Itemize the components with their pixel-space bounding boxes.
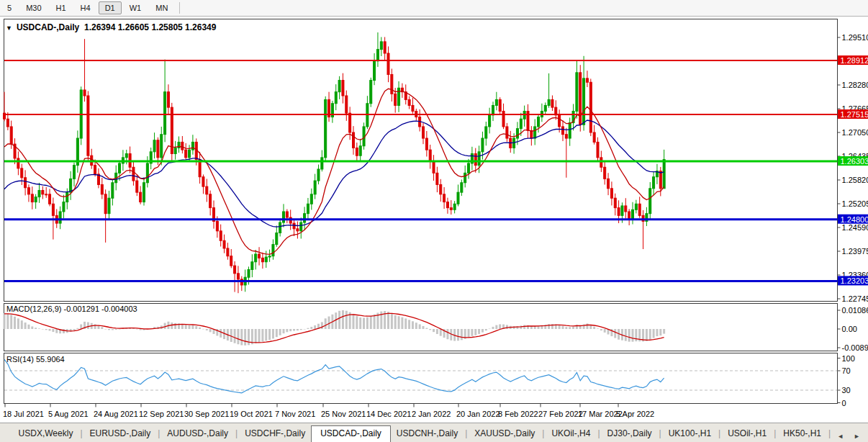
candle-body: [161, 135, 163, 158]
macd-histogram-bar: [314, 325, 316, 329]
macd-histogram-bar: [363, 317, 365, 329]
date-label: 24 Aug 2021: [94, 410, 138, 418]
candle-body: [398, 88, 400, 105]
timeframe-button-5[interactable]: 5: [1, 1, 18, 14]
chart-tab-usdx[interactable]: USDX,Weekly: [13, 426, 79, 442]
scroll-right-icon[interactable]: ►: [849, 430, 865, 442]
macd-histogram-bar: [625, 329, 627, 341]
candle-body: [143, 183, 145, 202]
timeframe-button-d1[interactable]: D1: [99, 1, 122, 14]
macd-histogram-bar: [73, 329, 76, 330]
chart-tab-usdchf[interactable]: USDCHF-,Daily: [239, 426, 311, 442]
chart-tab-audusd[interactable]: AUDUSD-,Daily: [161, 426, 234, 442]
macd-histogram-bar: [562, 326, 564, 329]
timeframe-button-w1[interactable]: W1: [123, 1, 148, 14]
candle-body: [562, 127, 564, 135]
macd-histogram-bar: [604, 329, 606, 333]
candle-body: [478, 152, 480, 166]
candle-body: [234, 266, 236, 274]
candle-body: [310, 194, 312, 204]
macd-histogram-bar: [255, 329, 257, 343]
chevron-down-icon[interactable]: ▼: [6, 24, 12, 32]
chart-tab-usoil[interactable]: USOil-,H1: [722, 426, 772, 442]
macd-histogram-bar: [474, 329, 476, 335]
chart-tab-dj30[interactable]: DJ30-,Daily: [602, 426, 658, 442]
macd-histogram-bar: [489, 329, 491, 330]
candle-body: [153, 140, 155, 152]
chart-tab-ukoil[interactable]: UKOil-,H4: [546, 426, 596, 442]
date-label: 5 Apr 2022: [616, 410, 654, 418]
date-label: 8 Feb 2022: [498, 410, 538, 418]
macd-histogram-bar: [499, 324, 501, 329]
macd-histogram-bar: [258, 329, 261, 343]
chart-tab-usdcnh[interactable]: USDCNH-,Daily: [391, 426, 464, 442]
candle-body: [614, 198, 616, 207]
macd-histogram-bar: [115, 329, 117, 330]
chart-area[interactable]: 1.295101.282801.276651.270501.264351.258…: [0, 0, 868, 442]
candle-body: [342, 81, 344, 96]
timeframe-button-h1[interactable]: H1: [50, 1, 73, 14]
candle-body: [492, 105, 494, 114]
macd-histogram-bar: [21, 320, 23, 329]
macd-histogram-bar: [559, 325, 561, 329]
candle-body: [429, 150, 431, 161]
scroll-left-icon[interactable]: ◄: [832, 430, 849, 442]
chart-tab-hk50[interactable]: HK50-,H1: [777, 426, 827, 442]
price-tick-label: 1.25820: [842, 176, 868, 184]
candle-body: [628, 212, 630, 220]
candle-body: [49, 194, 51, 204]
macd-histogram-bar: [569, 327, 571, 329]
candle-body: [618, 208, 620, 216]
macd-histogram-bar: [14, 317, 16, 329]
candle-body: [181, 142, 184, 150]
candle-body: [376, 50, 379, 61]
tab-separator: |: [234, 426, 239, 442]
macd-histogram-bar: [356, 316, 358, 329]
timeframe-button-m30[interactable]: M30: [19, 1, 48, 14]
macd-histogram-bar: [492, 327, 494, 329]
candle-body: [495, 99, 497, 105]
chart-tab-usdcad[interactable]: USDCAD-,Daily: [311, 425, 391, 442]
candle-body: [59, 212, 61, 223]
candle-body: [559, 115, 561, 127]
macd-histogram-bar: [440, 329, 442, 336]
macd-histogram-bar: [49, 329, 51, 330]
chart-tab-eurusd[interactable]: EURUSD-,Daily: [84, 426, 157, 442]
macd-histogram-bar: [391, 313, 393, 329]
candle-body: [649, 189, 651, 214]
candle-body: [136, 181, 138, 192]
macd-histogram-bar: [446, 329, 448, 339]
macd-histogram-bar: [87, 323, 89, 329]
rsi-axis-label: 100: [842, 354, 855, 363]
macd-histogram-bar: [261, 329, 263, 342]
macd-histogram-bar: [234, 329, 236, 343]
macd-histogram-bar: [279, 329, 281, 335]
candle-body: [251, 262, 253, 270]
macd-histogram-bar: [628, 329, 630, 342]
candle-body: [191, 142, 194, 150]
candle-body: [589, 82, 592, 132]
symbol-label: USDCAD-,Daily: [17, 22, 79, 32]
tab-scroll-controls: ◄►: [832, 430, 868, 442]
candle-body: [27, 188, 30, 194]
macd-histogram-bar: [359, 317, 361, 329]
candle-body: [586, 78, 588, 82]
date-label: 20 Jan 2022: [456, 410, 500, 418]
chart-tab-uk100[interactable]: UK100-,H1: [663, 426, 717, 442]
macd-histogram-bar: [195, 326, 197, 329]
price-level-badge-label: 1.24800: [841, 215, 868, 224]
date-label: 25 Nov 2021: [321, 410, 366, 418]
timeframe-button-mn[interactable]: MN: [149, 1, 174, 14]
candle-body: [265, 257, 267, 262]
chart-tab-xauusd[interactable]: XAUUSD-,Daily: [469, 426, 541, 442]
macd-histogram-bar: [35, 328, 37, 329]
candle-body: [520, 119, 522, 128]
candle-body: [380, 42, 382, 50]
macd-histogram-bar: [276, 329, 278, 337]
macd-histogram-bar: [293, 329, 295, 331]
candle-body: [635, 204, 637, 209]
tab-separator: |: [827, 426, 832, 442]
timeframe-button-h4[interactable]: H4: [74, 1, 97, 14]
candle-body: [66, 192, 68, 202]
candle-body: [261, 258, 263, 261]
